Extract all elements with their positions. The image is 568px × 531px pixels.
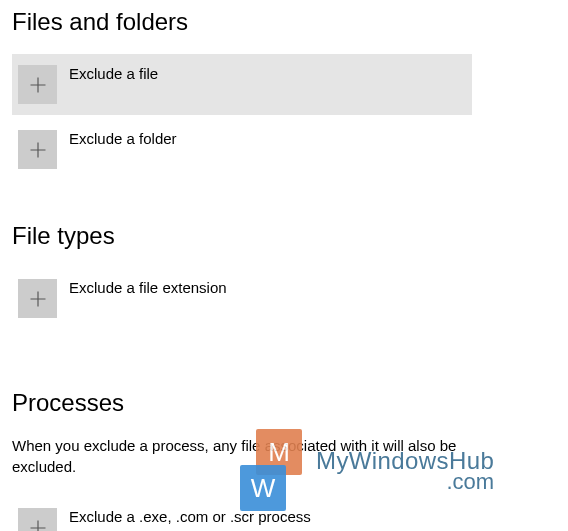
exclude-file-label: Exclude a file [69, 65, 158, 82]
section-files-and-folders: Files and folders Exclude a file Exclude… [12, 8, 556, 180]
section-processes: Processes When you exclude a process, an… [12, 389, 556, 531]
exclude-file-button[interactable]: Exclude a file [12, 54, 472, 115]
exclude-folder-button[interactable]: Exclude a folder [12, 119, 472, 180]
heading-processes: Processes [12, 389, 556, 417]
add-icon [18, 279, 57, 318]
exclude-file-extension-button[interactable]: Exclude a file extension [12, 268, 472, 329]
exclude-process-label: Exclude a .exe, .com or .scr process [69, 508, 311, 525]
exclude-folder-label: Exclude a folder [69, 130, 177, 147]
add-icon [18, 130, 57, 169]
exclude-file-extension-label: Exclude a file extension [69, 279, 227, 296]
heading-file-types: File types [12, 222, 556, 250]
add-icon [18, 65, 57, 104]
exclude-process-button[interactable]: Exclude a .exe, .com or .scr process [12, 497, 472, 531]
processes-description: When you exclude a process, any file ass… [12, 435, 512, 477]
section-file-types: File types Exclude a file extension [12, 222, 556, 329]
add-icon [18, 508, 57, 531]
heading-files-and-folders: Files and folders [12, 8, 556, 36]
